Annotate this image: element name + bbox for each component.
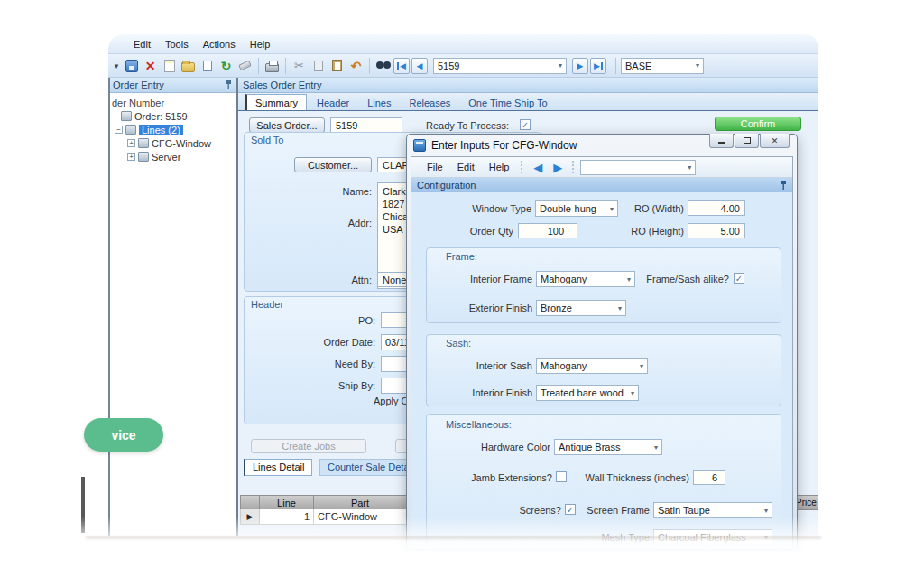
dialog-menu-help[interactable]: Help — [483, 160, 516, 174]
attn-label: Attn: — [298, 275, 372, 285]
menu-tools[interactable]: Tools — [160, 37, 194, 51]
exterior-finish-label: Exterior Finish — [462, 303, 532, 313]
menu-help[interactable]: Help — [245, 37, 276, 51]
order-qty-input[interactable]: 100 — [518, 223, 578, 238]
context-combo[interactable]: BASE▾ — [621, 58, 704, 74]
copy-icon[interactable] — [310, 57, 327, 74]
eraser-icon[interactable] — [236, 57, 254, 74]
new-document-icon[interactable] — [161, 57, 178, 74]
undo-icon[interactable]: ↶ — [347, 57, 365, 74]
toolbar-overflow-caret-icon[interactable]: ▾ — [112, 57, 121, 74]
tab-summary[interactable]: Summary — [245, 94, 307, 110]
find-binoculars-icon[interactable] — [374, 57, 392, 74]
customer-button[interactable]: Customer... — [294, 157, 372, 172]
save-icon[interactable] — [123, 57, 140, 74]
ro-width-input[interactable]: 4.00 — [688, 200, 745, 216]
expand-icon[interactable]: + — [127, 139, 135, 147]
nav-last-button[interactable]: ▶ — [590, 58, 606, 74]
line-node-icon — [138, 138, 149, 148]
minimize-button[interactable] — [709, 134, 734, 148]
screen-frame-label: Screen Frame — [570, 505, 650, 516]
nav-previous-button[interactable]: ◀ — [411, 58, 428, 74]
jamb-extensions-checkbox[interactable] — [556, 471, 567, 482]
bottom-shadow — [86, 536, 821, 540]
dialog-title: Enter Inputs For CFG-Window — [431, 139, 577, 152]
back-arrow-icon[interactable]: ◀ — [529, 161, 547, 174]
toolbar: ▾ ✕ ↻ ✂ ↶ ◀ ◀ 5159▾ ▶ ▶ — [108, 54, 818, 78]
config-dialog: Enter Inputs For CFG-Window ✕ File Edit … — [406, 134, 798, 551]
pin-icon[interactable] — [225, 80, 232, 90]
tree-item-server[interactable]: + Server — [127, 150, 180, 163]
po-label: PO: — [276, 315, 375, 326]
sales-order-button[interactable]: Sales Order... — [249, 117, 325, 133]
tree-item-lines[interactable]: − Lines (2) — [115, 123, 183, 136]
exterior-finish-dropdown[interactable]: Bronze▾ — [536, 300, 626, 316]
dialog-menu-bar: File Edit Help ◀ ▶ ▾ — [411, 157, 792, 178]
nav-next-button[interactable]: ▶ — [572, 58, 588, 74]
create-jobs-button[interactable]: Create Jobs — [251, 439, 366, 453]
menu-actions[interactable]: Actions — [198, 37, 241, 51]
main-tabs: Summary Header Lines Releases One Time S… — [238, 93, 818, 111]
tab-releases[interactable]: Releases — [401, 95, 458, 110]
need-by-label: Need By: — [276, 359, 375, 369]
interior-frame-dropdown[interactable]: Mahogany▾ — [536, 271, 635, 287]
ready-to-process-checkbox[interactable] — [520, 119, 531, 130]
pin-icon[interactable] — [780, 181, 787, 191]
order-qty-label: Order Qty — [447, 226, 513, 237]
collapse-icon[interactable]: − — [115, 126, 123, 134]
line-node-icon — [138, 152, 149, 162]
table-header-part[interactable]: Part — [313, 495, 407, 510]
frame-sash-alike-label: Frame/Sash alike? — [644, 274, 729, 284]
open-folder-icon[interactable] — [180, 57, 197, 74]
tab-lines-detail[interactable]: Lines Detail — [244, 459, 312, 476]
tree-item-order[interactable]: Order: 5159 — [121, 109, 188, 123]
nav-first-button[interactable]: ◀ — [393, 58, 410, 74]
bottom-fade — [0, 517, 924, 578]
tab-one-time-ship-to[interactable]: One Time Ship To — [460, 95, 555, 110]
tab-lines[interactable]: Lines — [359, 95, 399, 110]
interior-frame-label: Interior Frame — [462, 274, 532, 284]
dialog-menu-file[interactable]: File — [420, 160, 449, 174]
window-type-dropdown[interactable]: Double-hung▾ — [535, 200, 618, 217]
hardware-color-label: Hardware Color — [466, 442, 550, 452]
forward-arrow-icon[interactable]: ▶ — [549, 161, 567, 174]
copy-document-icon[interactable] — [199, 57, 216, 74]
header-group-title: Header — [251, 299, 283, 310]
wall-thickness-label: Wall Thickness (inches) — [585, 472, 689, 483]
paste-icon[interactable] — [328, 57, 346, 74]
print-icon[interactable] — [263, 57, 281, 74]
ready-to-process-label: Ready To Process: — [426, 120, 516, 131]
expand-icon[interactable]: + — [127, 153, 135, 161]
confirm-button[interactable]: Confirm — [715, 117, 801, 131]
interior-finish-label: Interior Finish — [462, 387, 532, 398]
maximize-button[interactable] — [735, 134, 759, 148]
delete-icon[interactable]: ✕ — [142, 57, 159, 74]
refresh-icon[interactable]: ↻ — [217, 57, 235, 74]
close-button[interactable]: ✕ — [760, 134, 790, 148]
service-pill-button[interactable]: vice — [84, 418, 163, 452]
dialog-menu-edit[interactable]: Edit — [451, 160, 481, 174]
wall-thickness-input[interactable]: 6 — [693, 470, 725, 485]
miscellaneous-group-title: Miscellaneous: — [446, 419, 512, 430]
cut-icon[interactable]: ✂ — [291, 57, 308, 74]
dialog-selector-combo[interactable]: ▾ — [580, 160, 696, 175]
record-combo[interactable]: 5159▾ — [433, 58, 567, 74]
interior-finish-dropdown[interactable]: Treated bare wood▾ — [536, 385, 639, 401]
dialog-body: File Edit Help ◀ ▶ ▾ Configuration Windo… — [411, 156, 793, 550]
order-node-icon — [121, 111, 132, 121]
tab-header[interactable]: Header — [309, 95, 357, 110]
interior-sash-label: Interior Sash — [462, 360, 532, 371]
hardware-color-dropdown[interactable]: Antique Brass▾ — [554, 439, 662, 455]
interior-sash-dropdown[interactable]: Mahogany▾ — [536, 358, 648, 374]
sold-to-title: Sold To — [251, 135, 284, 145]
ro-height-label: RO (Height) — [621, 226, 684, 237]
ro-height-input[interactable]: 5.00 — [688, 223, 745, 238]
table-header-line[interactable]: Line — [259, 495, 314, 510]
ro-width-label: RO (Width) — [623, 203, 684, 214]
tree-root[interactable]: der Number — [112, 96, 164, 109]
addr-label: Addr: — [298, 218, 372, 228]
tree-item-cfg-window[interactable]: + CFG-Window — [127, 136, 211, 150]
menu-edit[interactable]: Edit — [128, 37, 156, 51]
order-number-input[interactable]: 5159 — [330, 117, 402, 133]
frame-sash-alike-checkbox[interactable] — [734, 273, 744, 284]
